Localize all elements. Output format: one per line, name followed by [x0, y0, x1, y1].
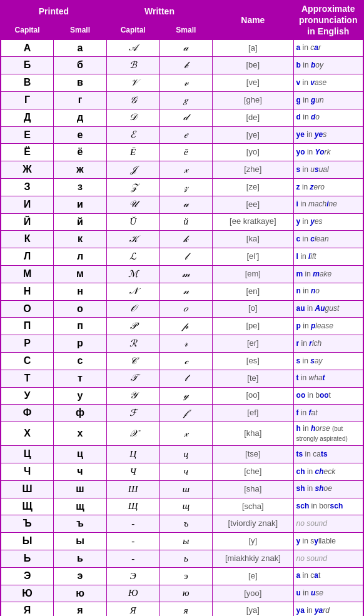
approx-cell: y in yes: [293, 213, 363, 231]
written-small-cell: 𝒻: [159, 405, 213, 422]
written-small-cell: 𝒷: [159, 57, 213, 74]
approx-cell: a in car: [293, 39, 363, 57]
written-capital-header: Capital: [106, 21, 159, 39]
printed-capital-cell: А: [1, 39, 54, 57]
written-capital-cell: 𝒫: [106, 318, 159, 335]
written-small-header: Small: [159, 21, 213, 39]
written-capital-cell: 𝒥: [106, 161, 159, 179]
printed-capital-cell: Ю: [1, 585, 54, 602]
written-small-cell: ь: [159, 550, 213, 568]
approx-cell: s in usual: [293, 161, 363, 179]
printed-capital-cell: Е: [1, 126, 54, 144]
written-small-cell: щ: [159, 498, 213, 515]
table-row: Хх𝒳𝓍[kha]h in horse (but strongly aspira…: [1, 422, 363, 446]
written-capital-cell: Я: [106, 602, 159, 616]
written-small-cell: 𝑒: [159, 126, 213, 144]
name-cell: [ye]: [213, 126, 293, 144]
printed-small-cell: е: [54, 126, 107, 144]
written-capital-cell: 𝒳: [106, 422, 159, 446]
name-cell: [em]: [213, 265, 293, 283]
written-capital-cell: Щ: [106, 498, 159, 515]
printed-small-cell: л: [54, 248, 107, 266]
printed-small-cell: ю: [54, 585, 107, 602]
written-small-cell: 𝓉: [159, 370, 213, 387]
name-cell: [tse]: [213, 446, 293, 463]
name-cell: [zhe]: [213, 161, 293, 179]
name-cell: [miakhkiy znak]: [213, 550, 293, 568]
printed-small-cell: р: [54, 335, 107, 353]
approx-cell: d in do: [293, 109, 363, 126]
written-capital-cell: 𝒴: [106, 387, 159, 405]
table-row: ЯяЯя[ya]ya in yard: [1, 602, 363, 616]
name-cell: [sha]: [213, 480, 293, 498]
written-small-cell: 𝓀: [159, 231, 213, 248]
name-cell: [a]: [213, 39, 293, 57]
approx-cell: s in say: [293, 352, 363, 370]
printed-small-cell: у: [54, 387, 107, 405]
approx-cell: ts in cats: [293, 446, 363, 463]
printed-capital-cell: Ф: [1, 405, 54, 422]
name-cell: [oo]: [213, 387, 293, 405]
table-row: Гг𝒢𝑔[ghe]g in gun: [1, 91, 363, 109]
approx-cell: y in syllable: [293, 533, 363, 550]
name-cell: [e]: [213, 567, 293, 585]
printed-capital-cell: Ж: [1, 161, 54, 179]
approx-cell: t in what: [293, 370, 363, 387]
written-capital-cell: Ю: [106, 585, 159, 602]
name-cell: [ee]: [213, 196, 293, 213]
printed-small-cell: й: [54, 213, 107, 231]
name-cell: [ghe]: [213, 91, 293, 109]
table-row: ЭэЭэ[e]a in cat: [1, 567, 363, 585]
approx-cell: i in machine: [293, 196, 363, 213]
written-small-cell: 𝓎: [159, 387, 213, 405]
name-cell: [y]: [213, 533, 293, 550]
name-cell: [kha]: [213, 422, 293, 446]
approx-cell: no sound: [293, 515, 363, 533]
printed-capital-cell: Щ: [1, 498, 54, 515]
table-row: Ббℬ𝒷[be]b in boy: [1, 57, 363, 74]
written-small-cell: 𝑜: [159, 300, 213, 318]
printed-small-cell: ъ: [54, 515, 107, 533]
written-capital-cell: 𝒢: [106, 91, 159, 109]
printed-capital-cell: Н: [1, 283, 54, 300]
printed-capital-cell: Я: [1, 602, 54, 616]
table-row: Пп𝒫𝓅[pe]p in please: [1, 318, 363, 335]
table-row: ЩщЩщ[scha]sch in borsch: [1, 498, 363, 515]
printed-capital-header: Capital: [1, 21, 54, 39]
written-capital-cell: 𝒪: [106, 300, 159, 318]
written-small-cell: 𝓏: [159, 178, 213, 196]
written-small-cell: 𝒹: [159, 109, 213, 126]
printed-capital-cell: Ы: [1, 533, 54, 550]
table-row: ЮюЮю[yoo]u in use: [1, 585, 363, 602]
printed-capital-cell: М: [1, 265, 54, 283]
printed-small-cell: щ: [54, 498, 107, 515]
printed-small-cell: ё: [54, 144, 107, 161]
printed-capital-cell: Ш: [1, 480, 54, 498]
table-row: Ммℳ𝓂[em]m in make: [1, 265, 363, 283]
table-row: Жж𝒥𝓍[zhe]s in usual: [1, 161, 363, 179]
written-small-cell: ч: [159, 463, 213, 481]
written-capital-cell: 𝒵: [106, 178, 159, 196]
written-capital-cell: -: [106, 515, 159, 533]
written-small-cell: 𝓍: [159, 161, 213, 179]
name-cell: [be]: [213, 57, 293, 74]
table-row: ЁёĒē[yo]yo in York: [1, 144, 363, 161]
written-small-cell: 𝓂: [159, 265, 213, 283]
approx-cell: n in no: [293, 283, 363, 300]
printed-small-cell: н: [54, 283, 107, 300]
table-row: ЧчЧч[che]ch in check: [1, 463, 363, 481]
printed-capital-cell: С: [1, 352, 54, 370]
written-capital-cell: ℳ: [106, 265, 159, 283]
table-row: Сс𝒞𝒸[es]s in say: [1, 352, 363, 370]
approx-header: Approximate pronunciation in English: [293, 1, 363, 39]
printed-header: Printed: [1, 1, 106, 21]
table-row: Уу𝒴𝓎[oo]oo in boot: [1, 387, 363, 405]
printed-small-cell: ы: [54, 533, 107, 550]
written-small-cell: ъ: [159, 515, 213, 533]
printed-capital-cell: Й: [1, 213, 54, 231]
name-cell: [ef]: [213, 405, 293, 422]
name-cell: [tviordiy znak]: [213, 515, 293, 533]
approx-cell: ye in yes: [293, 126, 363, 144]
name-cell: [scha]: [213, 498, 293, 515]
printed-small-cell: т: [54, 370, 107, 387]
